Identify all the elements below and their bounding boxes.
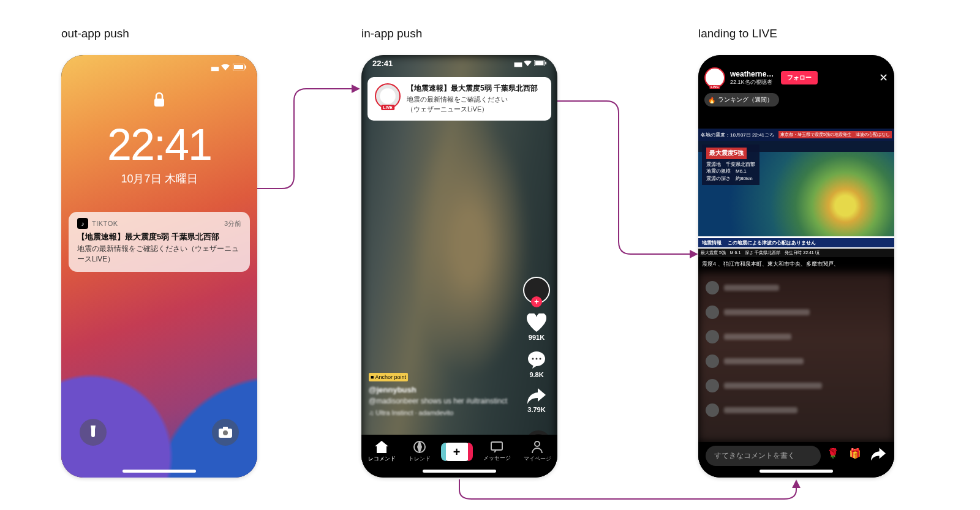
signal-icon bbox=[514, 60, 521, 67]
anchor-badge: ■ Anchor point bbox=[369, 373, 408, 381]
topbar-left: 各地の震度：10月07日 22:41ごろ bbox=[701, 132, 774, 138]
comment-count: 9.8K bbox=[529, 371, 543, 378]
svg-rect-2 bbox=[245, 66, 246, 69]
comment-button[interactable]: 9.8K bbox=[527, 351, 546, 378]
inapp-body-1: 地震の最新情報をご確認ください bbox=[407, 96, 508, 103]
push-app-name: TIKTOK bbox=[92, 220, 118, 227]
phone-feed: 22:41 【地震速報】最大震度5弱 千葉県北西部 地震の最新情報をご確認くださ… bbox=[361, 55, 557, 478]
tab-mypage[interactable]: マイページ bbox=[524, 441, 551, 463]
tiktok-app-icon: ♪ bbox=[77, 218, 88, 229]
tab-message[interactable]: メッセージ bbox=[483, 441, 511, 462]
home-indicator[interactable] bbox=[760, 470, 833, 473]
quake-summary: 最大震度5強 震源地 千葉県北西部 地震の規模 M6.1 震源の深さ 約80km bbox=[702, 144, 760, 185]
video-caption: @madisonbeer shows us her #ultrainstinct bbox=[369, 397, 507, 405]
push-body: 地震の最新情報をご確認ください（ウェザーニュースLiVE） bbox=[77, 244, 241, 264]
video-meta: ■ Anchor point @jennybush @madisonbeer s… bbox=[369, 370, 507, 416]
in-app-push[interactable]: 【地震速報】最大震度5弱 千葉県北西部 地震の最新情報をご確認ください （ウェザ… bbox=[368, 77, 551, 121]
live-header: weatherne… 22.1K名の視聴者 フォロー ✕ bbox=[704, 67, 888, 88]
band-message: この地震による津波の心配はありません bbox=[725, 238, 894, 247]
lower-third: 地震情報 この地震による津波の心配はありません bbox=[698, 236, 894, 249]
comment-row bbox=[706, 281, 887, 294]
push-notification[interactable]: ♪ TIKTOK 3分前 【地震速報】最大震度5弱 千葉県北西部 地震の最新情報… bbox=[69, 212, 250, 272]
broadcaster-avatar bbox=[375, 83, 401, 109]
comment-row bbox=[706, 379, 887, 392]
svg-rect-3 bbox=[154, 99, 164, 107]
broadcaster-name[interactable]: weatherne… bbox=[730, 70, 774, 78]
svg-point-12 bbox=[536, 358, 538, 360]
rose-icon[interactable]: 🌹 bbox=[827, 448, 843, 463]
lockscreen-date: 10月7日 木曜日 bbox=[61, 171, 257, 186]
viewer-count: 22.1K名の視聴者 bbox=[730, 78, 774, 86]
svg-rect-6 bbox=[223, 427, 228, 429]
svg-point-16 bbox=[535, 441, 540, 446]
scroll-ticker: 震度4 、狛江市和泉本町、東大和市中央、多摩市関戸、 bbox=[698, 258, 894, 269]
inapp-body-2: （ウェザーニュースLiVE） bbox=[407, 105, 488, 113]
home-indicator[interactable] bbox=[123, 470, 196, 473]
fire-icon: 🔥 bbox=[708, 97, 715, 103]
music-title[interactable]: ♫ Ultra Instinct · adamdevito bbox=[369, 409, 507, 416]
signal-icon bbox=[211, 64, 218, 72]
broadcaster-avatar[interactable] bbox=[704, 67, 725, 88]
comment-row bbox=[706, 306, 887, 319]
quake-details: 震源地 千葉県北西部 地震の規模 M6.1 震源の深さ 約80km bbox=[706, 161, 755, 182]
label-out-app: out-app push bbox=[61, 27, 129, 40]
band-tag: 地震情報 bbox=[698, 238, 725, 247]
battery-icon bbox=[534, 60, 546, 67]
status-time: 22:41 bbox=[372, 59, 393, 68]
comment-row bbox=[706, 403, 887, 417]
svg-rect-9 bbox=[545, 61, 546, 64]
svg-rect-8 bbox=[535, 61, 544, 64]
tab-mypage-label: マイページ bbox=[524, 455, 551, 463]
push-ago: 3分前 bbox=[224, 219, 241, 228]
battery-icon bbox=[233, 64, 246, 72]
flashlight-button[interactable] bbox=[80, 419, 107, 446]
topbar-alert: 東京都・埼玉県で震度5強の地震発生 津波の心配はなし bbox=[778, 131, 892, 138]
svg-rect-1 bbox=[234, 65, 243, 69]
quake-headline: 最大震度5強 bbox=[706, 148, 747, 159]
wifi-icon bbox=[524, 60, 532, 67]
lockscreen-time: 22:41 bbox=[61, 119, 257, 170]
share-count: 3.79K bbox=[527, 406, 545, 413]
tab-message-label: メッセージ bbox=[483, 454, 511, 462]
svg-point-5 bbox=[223, 430, 228, 435]
ranking-chip[interactable]: 🔥 ランキング（週間） bbox=[704, 93, 779, 107]
wifi-icon bbox=[221, 64, 230, 72]
create-button[interactable]: + bbox=[443, 443, 470, 461]
status-bar: 22:41 bbox=[361, 59, 557, 68]
phone-live: weatherne… 22.1K名の視聴者 フォロー ✕ 🔥 ランキング（週間）… bbox=[698, 55, 894, 478]
status-bar bbox=[61, 61, 257, 75]
label-in-app: in-app push bbox=[361, 27, 422, 40]
comments-list[interactable] bbox=[698, 272, 894, 442]
sub-band: 最大震度 5強 M 6.1 深さ 千葉県北西部 発生日時 22:41 頃 bbox=[698, 249, 894, 257]
broadcast-topbar: 各地の震度：10月07日 22:41ごろ 東京都・埼玉県で震度5強の地震発生 津… bbox=[698, 129, 894, 141]
author-avatar[interactable] bbox=[523, 277, 550, 304]
svg-rect-15 bbox=[491, 442, 502, 450]
camera-button[interactable] bbox=[212, 419, 239, 446]
close-button[interactable]: ✕ bbox=[879, 71, 888, 84]
share-icon[interactable] bbox=[871, 448, 887, 463]
tab-trend[interactable]: トレンド bbox=[409, 441, 431, 463]
comment-row bbox=[706, 330, 887, 343]
comment-row bbox=[706, 354, 887, 368]
tab-recommend[interactable]: レコメンド bbox=[368, 441, 396, 463]
lock-icon bbox=[153, 92, 165, 110]
follow-button[interactable]: フォロー bbox=[781, 71, 818, 84]
label-landing: landing to LIVE bbox=[698, 27, 777, 40]
like-button[interactable]: 991K bbox=[527, 313, 546, 341]
tab-trend-label: トレンド bbox=[409, 455, 431, 463]
comment-input[interactable]: すてきなコメントを書く bbox=[706, 446, 821, 466]
push-title: 【地震速報】最大震度5弱 千葉県北西部 bbox=[77, 231, 241, 242]
share-button[interactable]: 3.79K bbox=[527, 388, 546, 413]
home-indicator[interactable] bbox=[423, 470, 496, 473]
like-count: 991K bbox=[529, 334, 545, 341]
author-handle[interactable]: @jennybush bbox=[369, 385, 507, 394]
svg-point-11 bbox=[532, 358, 534, 360]
tab-recommend-label: レコメンド bbox=[368, 455, 396, 463]
ranking-label: ランキング（週間） bbox=[718, 96, 773, 104]
feed-action-rail: 991K 9.8K 3.79K bbox=[522, 277, 551, 413]
broadcast-video[interactable]: 各地の震度：10月07日 22:41ごろ 東京都・埼玉県で震度5強の地震発生 津… bbox=[698, 129, 894, 257]
inapp-title: 【地震速報】最大震度5弱 千葉県北西部 bbox=[407, 83, 538, 94]
svg-point-13 bbox=[540, 358, 541, 360]
gift-icon[interactable]: 🎁 bbox=[849, 448, 865, 463]
phone-lockscreen: 22:41 10月7日 木曜日 ♪ TIKTOK 3分前 【地震速報】最大震度5… bbox=[61, 55, 257, 478]
